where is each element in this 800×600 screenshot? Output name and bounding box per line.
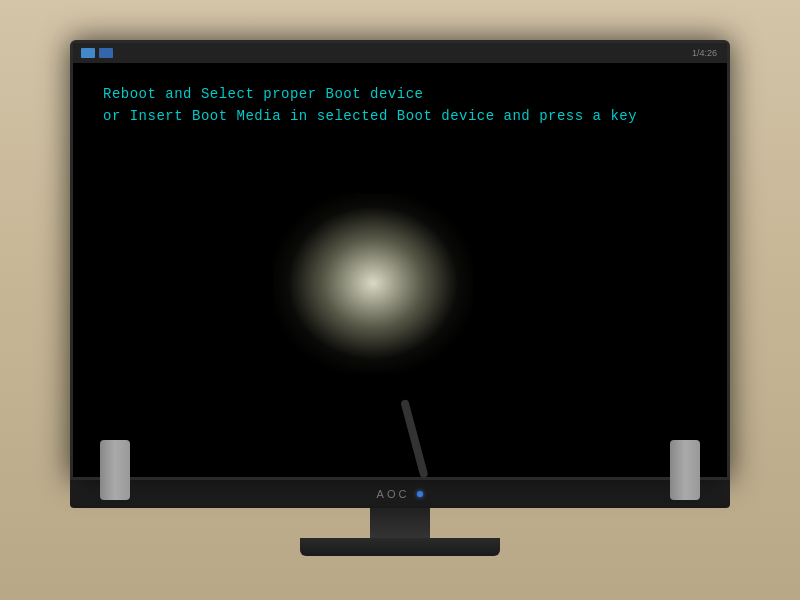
monitor-stand-neck bbox=[370, 508, 430, 538]
brand-label: AOC bbox=[377, 488, 410, 500]
monitor: 1/4:26 Reboot and Select proper Boot dev… bbox=[70, 40, 730, 560]
monitor-frame: 1/4:26 Reboot and Select proper Boot dev… bbox=[70, 40, 730, 480]
screen-glare bbox=[273, 193, 473, 373]
window-icon bbox=[81, 48, 95, 58]
power-led bbox=[417, 491, 423, 497]
screen: Reboot and Select proper Boot device or … bbox=[73, 63, 727, 477]
monitor-top-bezel: 1/4:26 bbox=[73, 43, 727, 63]
stand-right-clamp bbox=[670, 440, 700, 500]
boot-error-line1: Reboot and Select proper Boot device bbox=[103, 83, 637, 105]
boot-error-line2: or Insert Boot Media in selected Boot de… bbox=[103, 105, 637, 127]
monitor-bottom-bezel: AOC bbox=[70, 480, 730, 508]
monitor-stand-base bbox=[300, 538, 500, 556]
boot-error-content: Reboot and Select proper Boot device or … bbox=[103, 83, 637, 128]
flag-icon bbox=[99, 48, 113, 58]
bezel-icons bbox=[81, 48, 113, 58]
stand-left-clamp bbox=[100, 440, 130, 500]
corner-label: 1/4:26 bbox=[692, 48, 717, 58]
